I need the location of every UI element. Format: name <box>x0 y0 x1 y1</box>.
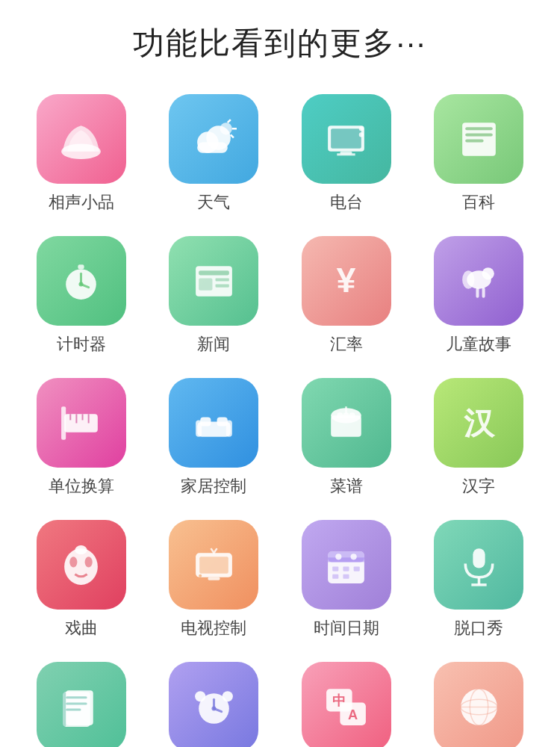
svg-point-64 <box>351 554 357 560</box>
svg-rect-26 <box>215 278 228 281</box>
svg-point-49 <box>349 412 355 418</box>
app-item-jishiqi[interactable]: 计时器 <box>19 236 144 356</box>
label-tuokouxiu: 脱口秀 <box>454 617 503 639</box>
app-item-baike[interactable]: 百科 <box>417 94 542 214</box>
label-jishiqi: 计时器 <box>57 333 106 356</box>
label-danwei: 单位换算 <box>49 475 114 498</box>
icon-tuokouxiu <box>434 520 523 610</box>
svg-rect-24 <box>199 270 229 275</box>
app-item-xinwen[interactable]: 新闻 <box>152 236 277 356</box>
label-xiangsheng: 相声小品 <box>49 191 114 214</box>
app-item-fanyi[interactable]: 中A翻译 <box>284 662 409 747</box>
page-title: 功能比看到的更多··· <box>133 22 426 64</box>
svg-rect-78 <box>63 692 66 727</box>
icon-shijian <box>302 520 391 610</box>
app-item-xiqu[interactable]: 戏曲 <box>19 520 144 639</box>
icon-huilv: ¥ <box>302 236 391 326</box>
svg-text:汉: 汉 <box>464 406 496 440</box>
svg-point-54 <box>85 557 93 567</box>
svg-rect-57 <box>199 557 228 573</box>
svg-rect-39 <box>61 406 66 440</box>
svg-rect-43 <box>196 420 202 436</box>
label-huilv: 汇率 <box>330 333 363 356</box>
svg-rect-75 <box>66 696 87 698</box>
svg-point-58 <box>199 574 202 577</box>
svg-rect-32 <box>482 287 485 297</box>
svg-point-10 <box>359 126 364 131</box>
label-xiqu: 戏曲 <box>65 617 98 639</box>
svg-rect-44 <box>226 420 232 436</box>
svg-rect-42 <box>217 417 227 426</box>
icon-caipu <box>302 378 391 468</box>
app-item-shijian[interactable]: 时间日期 <box>284 520 409 639</box>
svg-rect-69 <box>343 574 349 578</box>
icon-xinwen <box>169 236 258 326</box>
icon-danwei <box>37 378 126 468</box>
app-item-caipu[interactable]: 菜谱 <box>284 378 409 498</box>
icon-tianqi <box>169 94 258 184</box>
icon-baike <box>434 94 523 184</box>
label-baike: 百科 <box>462 191 495 214</box>
app-item-hanzi[interactable]: 汉汉字 <box>417 378 542 498</box>
app-item-ertong[interactable]: 儿童故事 <box>417 236 542 356</box>
svg-rect-9 <box>331 128 361 148</box>
svg-point-83 <box>195 691 205 701</box>
app-item-naozhong[interactable]: 闹钟 <box>152 662 277 747</box>
app-item-xiangsheng[interactable]: 相声小品 <box>19 94 144 214</box>
svg-point-4 <box>220 123 231 134</box>
svg-rect-77 <box>66 708 81 710</box>
svg-point-22 <box>79 282 84 286</box>
label-ertong: 儿童故事 <box>446 333 511 356</box>
icon-xiqu <box>37 520 126 610</box>
svg-rect-66 <box>343 566 349 571</box>
svg-rect-46 <box>331 415 361 436</box>
icon-fanyi: 中A <box>302 662 391 747</box>
svg-rect-65 <box>332 566 338 571</box>
app-item-xiaoshuo[interactable]: 小说 <box>19 662 144 747</box>
svg-rect-3 <box>197 142 228 152</box>
svg-point-84 <box>222 691 232 701</box>
app-item-jiaju[interactable]: 家居控制 <box>152 378 277 498</box>
app-item-renwen[interactable]: 人文地理 <box>417 662 542 747</box>
svg-point-63 <box>336 554 342 560</box>
svg-rect-25 <box>199 278 212 290</box>
app-item-danwei[interactable]: 单位换算 <box>19 378 144 498</box>
icon-dianshi <box>169 520 258 610</box>
svg-point-82 <box>211 706 216 710</box>
svg-rect-27 <box>215 284 228 287</box>
svg-rect-34 <box>64 414 98 432</box>
svg-rect-67 <box>354 566 360 571</box>
icon-naozhong <box>169 662 258 747</box>
app-item-dianshi[interactable]: 电视控制 <box>152 520 277 639</box>
app-item-huilv[interactable]: ¥汇率 <box>284 236 409 356</box>
label-caipu: 菜谱 <box>330 475 363 498</box>
app-item-tuokouxiu[interactable]: 脱口秀 <box>417 520 542 639</box>
icon-diantai <box>302 94 391 184</box>
svg-rect-76 <box>66 702 87 704</box>
label-diantai: 电台 <box>330 191 363 214</box>
svg-point-47 <box>337 412 343 418</box>
svg-point-53 <box>70 557 78 567</box>
label-jiaju: 家居控制 <box>181 475 246 498</box>
app-item-tianqi[interactable]: 天气 <box>152 94 277 214</box>
svg-point-33 <box>462 270 474 288</box>
label-xinwen: 新闻 <box>197 333 230 356</box>
svg-point-11 <box>359 132 364 137</box>
svg-rect-59 <box>208 577 220 580</box>
svg-rect-41 <box>200 417 211 426</box>
svg-rect-70 <box>473 548 485 568</box>
icon-jishiqi <box>37 236 126 326</box>
svg-rect-17 <box>465 139 483 142</box>
svg-rect-31 <box>476 287 479 297</box>
app-item-diantai[interactable]: 电台 <box>284 94 409 214</box>
icon-ertong <box>434 236 523 326</box>
label-hanzi: 汉字 <box>462 475 495 498</box>
app-grid: 相声小品天气电台百科计时器新闻¥汇率儿童故事单位换算家居控制菜谱汉汉字戏曲电视控… <box>19 94 541 747</box>
svg-line-5 <box>228 120 231 123</box>
label-shijian: 时间日期 <box>314 617 379 639</box>
svg-text:A: A <box>348 706 358 722</box>
svg-line-7 <box>231 134 234 137</box>
icon-renwen <box>434 662 523 747</box>
svg-rect-19 <box>78 264 84 269</box>
label-tianqi: 天气 <box>197 191 230 214</box>
